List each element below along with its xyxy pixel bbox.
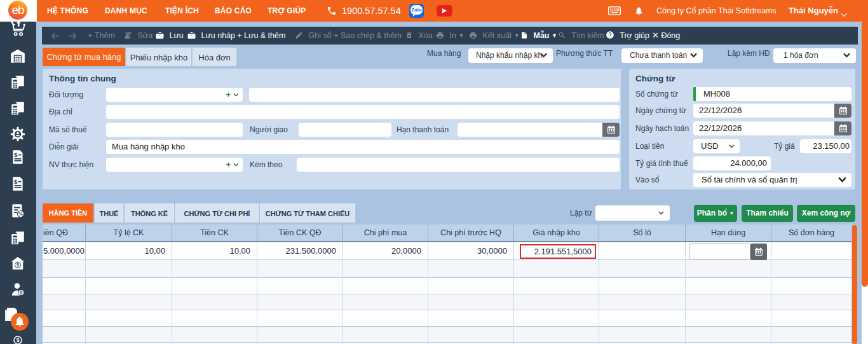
svg-text:$: $ bbox=[20, 291, 22, 296]
svg-text:$: $ bbox=[14, 151, 18, 158]
svg-text:%: % bbox=[18, 212, 23, 216]
svg-text:$: $ bbox=[17, 263, 19, 268]
svg-text:$: $ bbox=[14, 178, 18, 185]
svg-text:$: $ bbox=[17, 337, 20, 343]
